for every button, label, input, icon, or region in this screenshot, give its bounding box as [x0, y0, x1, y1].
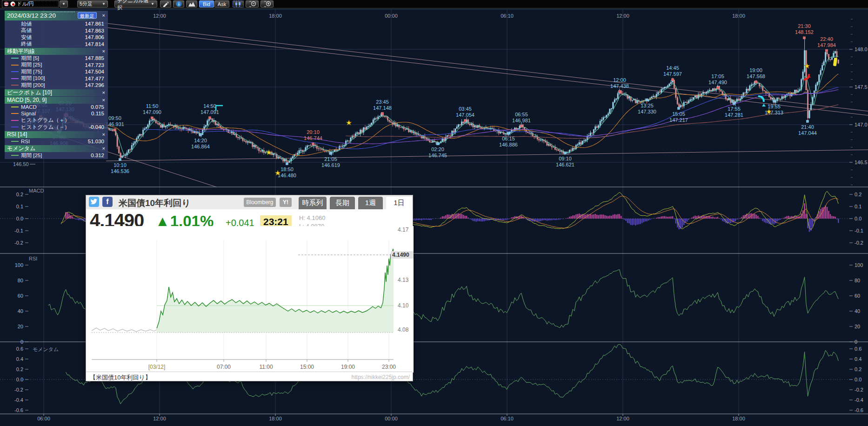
close-icon[interactable]: × [102, 97, 105, 104]
svg-text:11:50: 11:50 [146, 103, 159, 109]
area-chart-button[interactable] [186, 0, 197, 7]
svg-text:09:10: 09:10 [559, 156, 572, 161]
latest-candle-badge: 最新足 [78, 12, 97, 19]
swing-high-marker [672, 79, 674, 81]
pair-select[interactable]: ドル/円 [2, 0, 59, 7]
yield-chart-svg: [03/12]07:0011:0015:0019:0023:004.174.13… [86, 226, 414, 373]
yahoo-button[interactable]: Y! [280, 198, 292, 207]
bloomberg-button[interactable]: Bloomberg [244, 198, 276, 207]
info-icon: i [176, 1, 182, 7]
svg-text:06:55: 06:55 [515, 112, 528, 117]
close-icon[interactable]: × [102, 145, 105, 152]
section-header: 移動平均線× [5, 48, 108, 55]
svg-text:80: 80 [18, 278, 23, 283]
svg-text:02:20: 02:20 [431, 146, 444, 152]
swing-low-marker [507, 132, 510, 134]
row-value: 0.312 [91, 153, 104, 158]
indicator-row: 期間 [75]147.504 [5, 68, 108, 75]
svg-text:0.6: 0.6 [855, 346, 861, 352]
bid-button[interactable]: Bid [199, 0, 214, 7]
us-flag-icon [4, 1, 9, 7]
section-header: ピークボトム [10]× [5, 89, 108, 96]
technical-select[interactable]: テクニカル選択 ▼ [114, 0, 157, 7]
swing-high-marker [151, 117, 154, 119]
svg-text:MACD: MACD [29, 188, 44, 193]
series-color-swatch [11, 71, 19, 72]
series-color-swatch [11, 126, 19, 127]
svg-text:18:00: 18:00 [732, 416, 745, 421]
svg-text:0.2: 0.2 [855, 192, 861, 197]
row-label: 始値 [21, 20, 85, 27]
facebook-icon[interactable]: f [102, 197, 113, 207]
svg-text:-0.6: -0.6 [855, 407, 863, 413]
svg-text:12:00: 12:00 [613, 77, 626, 83]
svg-text:146.50: 146.50 [13, 161, 29, 167]
series-color-swatch [11, 65, 19, 66]
svg-text:146.621: 146.621 [556, 162, 574, 167]
close-icon[interactable]: × [102, 131, 105, 138]
ask-button[interactable]: Ask [214, 0, 229, 7]
svg-text:0.0: 0.0 [855, 377, 861, 382]
row-value: 51.030 [88, 139, 104, 144]
swing-high-marker [312, 143, 314, 145]
treasury-yield-popup[interactable]: f 米国債10年利回り Bloomberg Y! 時系列 長期 1週 1日 4.… [86, 195, 413, 381]
svg-text:100: 100 [855, 262, 863, 268]
svg-text:146.536: 146.536 [111, 168, 129, 174]
technical-label: テクニカル選択 [117, 0, 149, 11]
svg-text:06:00: 06:00 [37, 416, 50, 421]
row-label: ヒストグラム（＋） [21, 117, 104, 124]
timeframe-select[interactable]: 5分足 ▼ [77, 0, 108, 7]
indicator-row: 安値147.806 [5, 34, 108, 41]
info-button[interactable]: i [173, 0, 184, 7]
panel-header: 2024/03/12 23:20 最新足 × [5, 11, 108, 20]
footer-title: 【米国債10年利回り】 [90, 373, 151, 382]
svg-text:22:40: 22:40 [820, 36, 833, 42]
zoom-out-button[interactable] [246, 0, 259, 7]
svg-text:23:00: 23:00 [382, 364, 396, 370]
swing-high-marker [114, 129, 116, 131]
svg-text:148.0: 148.0 [855, 47, 868, 52]
tab-jikeiretsu[interactable]: 時系列 [299, 197, 327, 209]
svg-text:0.4: 0.4 [855, 356, 861, 362]
svg-text:0.2: 0.2 [16, 192, 23, 197]
row-label: 安値 [21, 34, 85, 41]
star-icon: ★ [274, 169, 280, 177]
svg-text:147.054: 147.054 [456, 112, 474, 118]
svg-text:0.1: 0.1 [855, 204, 861, 209]
chart-type-button[interactable] [233, 0, 244, 7]
jp-flag-icon [10, 1, 15, 7]
close-icon[interactable]: × [102, 48, 105, 55]
svg-text:21:40: 21:40 [801, 124, 814, 130]
indicator-row: 終値147.814 [5, 41, 108, 48]
svg-text:147.044: 147.044 [798, 130, 817, 136]
row-label: 期間 [25] [21, 61, 85, 68]
svg-text:0.0: 0.0 [16, 216, 23, 221]
svg-text:RSI: RSI [29, 256, 37, 261]
popup-header: f 米国債10年利回り Bloomberg Y! 時系列 長期 1週 1日 [86, 195, 413, 209]
svg-text:23:45: 23:45 [376, 99, 389, 105]
zoom-in-button[interactable] [260, 0, 274, 7]
series-color-swatch [11, 78, 19, 79]
pair-label: ドル/円 [17, 0, 34, 7]
svg-text:147.090: 147.090 [143, 109, 161, 115]
popup-title: 米国債10年利回り [119, 197, 191, 209]
twitter-icon[interactable] [89, 197, 99, 207]
tab-1day[interactable]: 1日 [386, 197, 412, 209]
series-color-swatch [11, 120, 19, 121]
indicator-info-panel[interactable]: 2024/03/12 23:20 最新足 × 始値147.861高値147.86… [5, 11, 108, 159]
indicator-row: 高値147.863 [5, 27, 108, 34]
swing-low-marker [286, 163, 288, 165]
popup-footer: 【米国債10年利回り】 https://nikkei225jp.com/ [86, 372, 413, 381]
close-icon[interactable]: × [102, 11, 105, 20]
tab-1week[interactable]: 1週 [358, 197, 383, 209]
close-icon[interactable]: × [102, 89, 105, 96]
pair-dropdown-button[interactable]: ▼ [60, 0, 68, 7]
svg-text:00:00: 00:00 [385, 13, 398, 19]
draw-button[interactable] [160, 0, 171, 7]
row-label: RSI [21, 139, 88, 144]
row-value: 147.723 [85, 62, 104, 68]
tab-long-term[interactable]: 長期 [330, 197, 355, 209]
svg-text:15:00: 15:00 [300, 364, 314, 370]
svg-text:148.152: 148.152 [795, 29, 814, 35]
svg-text:21:30: 21:30 [798, 23, 811, 29]
